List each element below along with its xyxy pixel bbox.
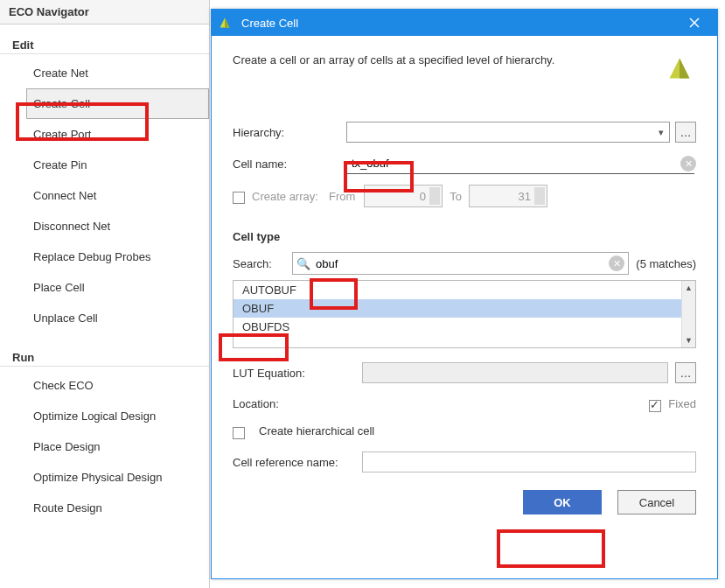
createarray-label: Create array: [252, 190, 329, 203]
from-spinner[interactable]: 0 [364, 185, 443, 207]
to-spinner[interactable]: 31 [469, 185, 547, 207]
scroll-down-icon[interactable]: ▼ [682, 333, 695, 347]
hierarchy-browse-button[interactable]: … [675, 122, 696, 143]
app-icon [217, 15, 233, 31]
nav-unplace-cell[interactable]: Unplace Cell [26, 303, 209, 333]
list-item[interactable]: AUTOBUF [234, 281, 681, 299]
search-box: 🔍 ✕ [292, 252, 629, 275]
cellname-input[interactable] [346, 153, 694, 174]
search-label: Search: [233, 257, 285, 270]
nav-disconnect-net[interactable]: Disconnect Net [26, 211, 209, 242]
search-clear-button[interactable]: ✕ [609, 256, 624, 271]
svg-marker-1 [225, 18, 229, 28]
vendor-logo-icon [663, 52, 696, 85]
nav-list-run: Check ECO Optimize Logical Design Place … [0, 367, 209, 527]
cellname-clear-button[interactable]: ✕ [680, 156, 696, 172]
from-label: From [329, 190, 364, 203]
chevron-down-icon: ▾ [659, 127, 664, 138]
hierarchy-combo[interactable]: ▾ [346, 122, 670, 143]
close-icon [689, 18, 700, 28]
nav-place-cell[interactable]: Place Cell [26, 272, 209, 303]
to-label: To [443, 190, 469, 203]
nav-route-design[interactable]: Route Design [26, 493, 209, 523]
nav-create-net[interactable]: Create Net [26, 58, 209, 88]
section-header-edit: Edit [0, 33, 209, 54]
create-cell-dialog: Create Cell Create a cell or an array of… [211, 9, 718, 579]
nav-check-eco[interactable]: Check ECO [26, 370, 209, 401]
lut-field[interactable] [362, 362, 668, 383]
svg-marker-5 [680, 59, 689, 79]
nav-create-cell[interactable]: Create Cell [26, 88, 209, 119]
panel-title: ECO Navigator [0, 0, 209, 24]
nav-create-pin[interactable]: Create Pin [26, 150, 209, 180]
dialog-titlebar[interactable]: Create Cell [212, 10, 717, 36]
create-hier-label: Create hierarchical cell [259, 424, 374, 438]
cellref-input[interactable] [362, 452, 696, 472]
lut-more-button[interactable]: … [675, 362, 696, 383]
scrollbar[interactable]: ▲ ▼ [681, 281, 695, 347]
celltype-list[interactable]: AUTOBUF OBUF OBUFDS ▲ ▼ [233, 280, 696, 348]
createarray-checkbox[interactable] [233, 192, 245, 204]
scroll-up-icon[interactable]: ▲ [682, 281, 695, 295]
dialog-title: Create Cell [236, 17, 677, 30]
ok-button[interactable]: OK [523, 490, 602, 514]
list-item[interactable]: OBUF [234, 299, 681, 318]
dialog-description: Create a cell or an array of cells at a … [233, 52, 654, 66]
cancel-button[interactable]: Cancel [617, 490, 696, 514]
cellref-label: Cell reference name: [233, 456, 355, 469]
search-input[interactable] [314, 256, 605, 271]
nav-list-edit: Create Net Create Cell Create Port Creat… [0, 54, 209, 337]
list-item[interactable]: OBUFDS [234, 318, 681, 336]
nav-connect-net[interactable]: Connect Net [26, 180, 209, 211]
cellname-label: Cell name: [233, 158, 346, 171]
nav-place-design[interactable]: Place Design [26, 431, 209, 462]
lut-label: LUT Equation: [233, 367, 355, 380]
location-label: Location: [233, 397, 355, 410]
celltype-header: Cell type [233, 230, 696, 243]
nav-create-port[interactable]: Create Port [26, 119, 209, 150]
fixed-label: Fixed [668, 397, 696, 410]
section-header-run: Run [0, 346, 209, 367]
close-button[interactable] [677, 10, 712, 36]
nav-opt-physical[interactable]: Optimize Physical Design [26, 462, 209, 493]
search-matches: (5 matches) [636, 257, 696, 270]
create-hier-checkbox[interactable] [233, 427, 245, 439]
fixed-checkbox[interactable] [649, 400, 661, 412]
nav-replace-debug-probes[interactable]: Replace Debug Probes [26, 242, 209, 272]
eco-navigator-panel: ECO Navigator Edit Create Net Create Cel… [0, 0, 210, 588]
nav-opt-logical[interactable]: Optimize Logical Design [26, 401, 209, 431]
hierarchy-label: Hierarchy: [233, 126, 346, 139]
dialog-body: Create a cell or an array of cells at a … [212, 36, 717, 578]
search-icon: 🔍 [296, 257, 310, 270]
